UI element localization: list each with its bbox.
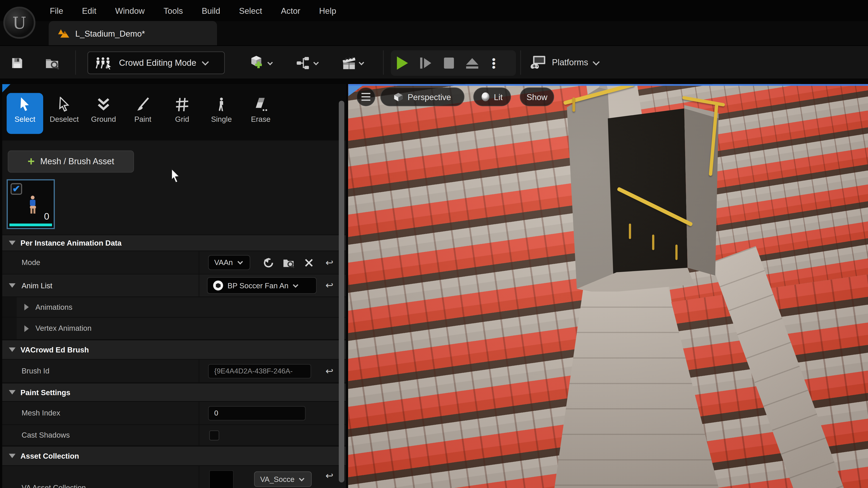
platforms-dropdown[interactable]: Platforms bbox=[529, 52, 598, 74]
toolbar-separator bbox=[75, 51, 76, 75]
tool-single[interactable]: Single bbox=[203, 93, 240, 134]
tool-ground[interactable]: Ground bbox=[85, 93, 122, 134]
row-vertex-animation[interactable]: Vertex Animation bbox=[2, 318, 346, 340]
clear-asset-button[interactable] bbox=[305, 258, 313, 267]
menu-window[interactable]: Window bbox=[115, 6, 145, 15]
editor-mode-dropdown[interactable]: Crowd Editing Mode bbox=[88, 52, 225, 74]
cube-plus-icon bbox=[249, 55, 266, 71]
editor-mode-label: Crowd Editing Mode bbox=[119, 58, 196, 68]
row-cast-shadows: Cast Shadows bbox=[2, 425, 346, 446]
back-arrow-icon bbox=[262, 256, 275, 269]
reset-to-default-button[interactable]: ↩ bbox=[326, 470, 333, 482]
row-brush-id: Brush Id {9E4A4D2A-438F-246A- ↩ bbox=[2, 360, 346, 383]
reset-to-default-button[interactable]: ↩ bbox=[326, 257, 333, 268]
menu-bar: File Edit Window Tools Build Select Acto… bbox=[0, 0, 868, 21]
mode-dropdown[interactable]: VAAn bbox=[208, 255, 250, 270]
use-selected-asset-button[interactable] bbox=[262, 256, 275, 269]
va-asset-collection-dropdown[interactable]: VA_Socce bbox=[254, 471, 312, 487]
person-icon bbox=[214, 97, 229, 112]
play-controls: ••• bbox=[391, 51, 516, 76]
section-vacrowd-ed-brush[interactable]: VACrowd Ed Brush bbox=[2, 340, 346, 360]
grid-icon bbox=[175, 97, 189, 112]
menu-help[interactable]: Help bbox=[319, 6, 336, 15]
crowd-people-icon bbox=[95, 56, 114, 70]
play-button[interactable] bbox=[391, 51, 414, 76]
select-cursor-icon bbox=[18, 97, 32, 112]
save-button[interactable] bbox=[8, 54, 26, 72]
blueprints-button[interactable] bbox=[292, 54, 321, 72]
panel-scrollbar[interactable] bbox=[339, 101, 344, 483]
row-mode: Mode VAAn bbox=[2, 251, 346, 274]
section-paint-settings[interactable]: Paint Settings bbox=[2, 383, 346, 402]
menu-select[interactable]: Select bbox=[239, 6, 262, 15]
expand-triangle-icon bbox=[9, 240, 16, 245]
tool-paint[interactable]: Paint bbox=[125, 93, 161, 134]
viewport-lit-button[interactable]: Lit bbox=[473, 88, 511, 106]
unreal-logo-icon: U bbox=[3, 6, 35, 39]
expand-triangle-icon[interactable] bbox=[9, 283, 16, 288]
asset-enabled-checkbox[interactable]: ✔ bbox=[11, 183, 22, 195]
asset-index-label: 0 bbox=[44, 212, 49, 223]
tool-select[interactable]: Select bbox=[6, 93, 43, 134]
brush-asset-tile[interactable]: ✔ 0 bbox=[6, 179, 55, 229]
plus-icon: + bbox=[28, 157, 35, 166]
cast-shadows-checkbox[interactable] bbox=[209, 430, 219, 440]
viewport-3d-scene[interactable]: Perspective Lit Show bbox=[348, 84, 868, 488]
browse-asset-button[interactable] bbox=[282, 257, 296, 268]
frame-skip-button[interactable] bbox=[414, 51, 437, 76]
double-chevron-down-icon bbox=[96, 97, 111, 112]
collapsed-triangle-icon[interactable] bbox=[24, 304, 29, 310]
sitting-fan-thumbnail bbox=[26, 195, 40, 216]
devices-gamepad-icon bbox=[529, 55, 547, 70]
lit-sphere-icon bbox=[482, 92, 490, 101]
expand-triangle-icon bbox=[9, 348, 16, 352]
eject-button[interactable] bbox=[461, 51, 484, 76]
row-animations[interactable]: Animations bbox=[2, 297, 346, 318]
tool-grid[interactable]: Grid bbox=[164, 93, 200, 134]
chevron-down-icon bbox=[299, 476, 304, 481]
tool-erase[interactable]: Erase bbox=[243, 93, 279, 134]
add-actor-button[interactable] bbox=[246, 54, 274, 72]
browse-content-button[interactable] bbox=[43, 54, 62, 72]
chevron-down-icon bbox=[237, 259, 243, 264]
viewport-show-button[interactable]: Show bbox=[520, 88, 554, 106]
reset-to-default-button[interactable]: ↩ bbox=[326, 280, 333, 291]
handrail-post bbox=[652, 234, 654, 250]
tab-title: L_Stadium_Demo* bbox=[75, 29, 145, 38]
level-tab[interactable]: L_Stadium_Demo* bbox=[49, 21, 217, 45]
blueprint-asset-icon bbox=[213, 281, 223, 291]
clapperboard-icon bbox=[342, 56, 357, 70]
handrail-post bbox=[629, 223, 631, 239]
viewport-perspective-button[interactable]: Perspective bbox=[380, 88, 464, 106]
cinematics-button[interactable] bbox=[338, 54, 366, 72]
viewport-options-button[interactable] bbox=[356, 88, 375, 106]
add-mesh-brush-asset-button[interactable]: + Mesh / Brush Asset bbox=[8, 151, 134, 173]
tool-deselect[interactable]: Deselect bbox=[46, 93, 83, 134]
reset-to-default-button[interactable]: ↩ bbox=[326, 365, 333, 377]
menu-file[interactable]: File bbox=[50, 6, 63, 15]
folder-search-icon bbox=[282, 257, 296, 268]
viewport-focus-border bbox=[348, 84, 868, 86]
tunnel-walls bbox=[567, 84, 722, 291]
menu-actor[interactable]: Actor bbox=[281, 6, 301, 15]
node-graph-icon bbox=[296, 56, 312, 70]
section-per-instance-animation-data[interactable]: Per Instance Animation Data bbox=[2, 234, 346, 251]
menu-tools[interactable]: Tools bbox=[163, 6, 183, 15]
chevron-down-icon bbox=[293, 282, 298, 287]
stadium-tunnel bbox=[567, 84, 722, 291]
mesh-index-field[interactable]: 0 bbox=[208, 406, 306, 420]
section-asset-collection[interactable]: Asset Collection bbox=[2, 446, 346, 466]
menu-build[interactable]: Build bbox=[202, 6, 220, 15]
menu-edit[interactable]: Edit bbox=[82, 6, 96, 15]
railing-post bbox=[572, 97, 575, 112]
anim-list-dropdown[interactable]: BP Soccer Fan An bbox=[207, 277, 317, 294]
paint-brush-icon bbox=[135, 97, 150, 112]
crowd-mode-panel: Select Deselect Ground bbox=[2, 84, 346, 488]
collection-thumbnail[interactable] bbox=[209, 470, 234, 488]
stop-button[interactable] bbox=[437, 51, 461, 76]
brush-id-field[interactable]: {9E4A4D2A-438F-246A- bbox=[208, 364, 311, 378]
chevron-down-icon bbox=[593, 58, 600, 65]
play-options-button[interactable]: ••• bbox=[484, 51, 504, 76]
perspective-cube-icon bbox=[394, 92, 403, 102]
collapsed-triangle-icon[interactable] bbox=[24, 325, 29, 332]
